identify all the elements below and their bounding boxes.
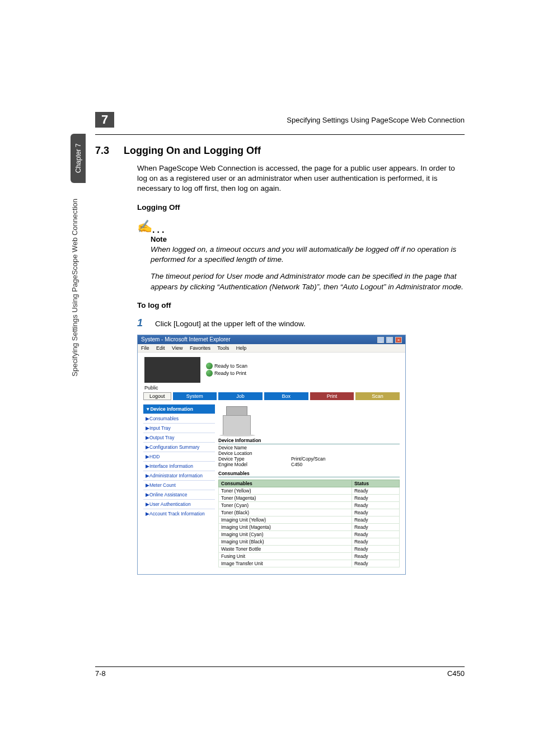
table-row: Imaging Unit (Cyan)Ready xyxy=(219,530,400,538)
devinfo-key: Device Type xyxy=(218,456,291,462)
public-label: Public xyxy=(138,385,405,392)
minimize-icon[interactable]: _ xyxy=(377,337,384,343)
table-row: Imaging Unit (Black)Ready xyxy=(219,538,400,545)
tab-box[interactable]: Box xyxy=(264,392,308,400)
sidebar-item-interface-info[interactable]: ▶Interface Information xyxy=(143,461,215,471)
window-title: System - Microsoft Internet Explorer xyxy=(141,336,231,342)
devinfo-val: Print/Copy/Scan xyxy=(291,456,325,462)
menu-file[interactable]: File xyxy=(141,345,149,351)
table-row: Toner (Cyan)Ready xyxy=(219,501,400,509)
device-info-heading: Device Information xyxy=(218,438,400,444)
devinfo-key: Engine Model xyxy=(218,462,291,467)
sidebar-item-input-tray[interactable]: ▶Input Tray xyxy=(143,423,215,433)
printer-illustration xyxy=(218,404,257,435)
tab-print[interactable]: Print xyxy=(310,392,354,400)
note-block: ✍... Note When logged on, a timeout occu… xyxy=(137,219,465,292)
devinfo-key: Device Name xyxy=(218,445,291,450)
sidebar-item-device-information[interactable]: ▼Device Information xyxy=(143,404,215,414)
section-number: 7.3 xyxy=(95,145,109,157)
menu-help[interactable]: Help xyxy=(236,345,247,351)
sidebar-item-config-summary[interactable]: ▶Configuration Summary xyxy=(143,442,215,452)
note-hand-icon: ✍ xyxy=(137,219,152,234)
menu-edit[interactable]: Edit xyxy=(156,345,165,351)
devinfo-key: Device Location xyxy=(218,450,291,456)
sidebar-item-admin-info[interactable]: ▶Administrator Information xyxy=(143,471,215,480)
devinfo-val: C450 xyxy=(291,462,302,467)
logout-button[interactable]: Logout xyxy=(143,392,171,400)
sidebar-item-output-tray[interactable]: ▶Output Tray xyxy=(143,433,215,442)
note-label: Note xyxy=(151,235,465,243)
status-ready-scan: Ready to Scan xyxy=(214,363,247,369)
table-row: Imaging Unit (Magenta)Ready xyxy=(219,523,400,530)
table-row: Toner (Yellow)Ready xyxy=(219,487,400,494)
sidebar-item-user-auth[interactable]: ▶User Authentication xyxy=(143,499,215,509)
sidebar-item-meter-count[interactable]: ▶Meter Count xyxy=(143,480,215,490)
table-row: Image Transfer UnitReady xyxy=(219,560,400,567)
section-intro: When PageScope Web Connection is accesse… xyxy=(137,163,465,194)
table-row: Waste Toner BottleReady xyxy=(219,545,400,552)
consumables-heading: Consumables xyxy=(218,471,400,477)
window-controls: _ □ × xyxy=(377,336,402,343)
tab-scan[interactable]: Scan xyxy=(355,392,400,400)
browser-menubar: File Edit View Favorites Tools Help xyxy=(138,344,405,353)
side-running-title: Specifying Settings Using PageScope Web … xyxy=(71,199,79,377)
chapter-tab: Chapter 7 xyxy=(71,134,86,183)
cons-col-name: Consumables xyxy=(219,480,352,487)
tab-job[interactable]: Job xyxy=(218,392,263,400)
subhead-to-log-off: To log off xyxy=(137,301,465,309)
note-paragraph-1: When logged on, a timeout occurs and you… xyxy=(151,245,465,265)
running-head: Specifying Settings Using PageScope Web … xyxy=(287,116,465,124)
close-icon[interactable]: × xyxy=(395,337,402,343)
section-title: Logging On and Logging Off xyxy=(124,145,261,157)
tab-system[interactable]: System xyxy=(173,392,217,400)
menu-view[interactable]: View xyxy=(172,345,182,351)
status-led-icon xyxy=(206,370,213,377)
step-text-1: Click [Logout] at the upper left of the … xyxy=(155,320,306,328)
sidebar-item-consumables[interactable]: ▶Consumables xyxy=(143,414,215,423)
table-row: Imaging Unit (Yellow)Ready xyxy=(219,516,400,523)
header-rule xyxy=(95,134,465,135)
sidebar: ▼Device Information ▶Consumables ▶Input … xyxy=(143,404,215,567)
chapter-number-badge: 7 xyxy=(95,112,114,128)
note-paragraph-2: The timeout period for User mode and Adm… xyxy=(151,271,465,292)
step-number-1: 1 xyxy=(137,317,143,329)
footer-page-number: 7-8 xyxy=(95,669,106,678)
consumables-table: Consumables Status Toner (Yellow)Ready T… xyxy=(218,480,400,567)
page-footer: 7-8 C450 xyxy=(95,666,465,678)
status-ready-print: Ready to Print xyxy=(214,370,246,376)
embedded-screenshot: System - Microsoft Internet Explorer _ □… xyxy=(137,335,406,575)
sidebar-item-hdd[interactable]: ▶HDD xyxy=(143,452,215,461)
menu-favorites[interactable]: Favorites xyxy=(190,345,210,351)
subhead-logging-off: Logging Off xyxy=(137,203,465,212)
status-area: Ready to Scan Ready to Print xyxy=(206,363,247,377)
maximize-icon[interactable]: □ xyxy=(386,337,393,343)
logo-placeholder xyxy=(144,357,200,383)
footer-model: C450 xyxy=(447,669,465,678)
sidebar-item-online-assistance[interactable]: ▶Online Assistance xyxy=(143,490,215,499)
status-led-icon xyxy=(206,363,213,369)
note-dots-icon: ... xyxy=(152,225,166,234)
table-row: Fusing UnitReady xyxy=(219,552,400,560)
sidebar-item-account-track[interactable]: ▶Account Track Information xyxy=(143,509,215,518)
window-titlebar: System - Microsoft Internet Explorer _ □… xyxy=(138,335,405,344)
cons-col-status: Status xyxy=(352,480,399,487)
menu-tools[interactable]: Tools xyxy=(217,345,229,351)
device-info-block: Device Information Device Name Device Lo… xyxy=(218,438,400,467)
table-row: Toner (Magenta)Ready xyxy=(219,494,400,501)
table-row: Toner (Black)Ready xyxy=(219,509,400,516)
